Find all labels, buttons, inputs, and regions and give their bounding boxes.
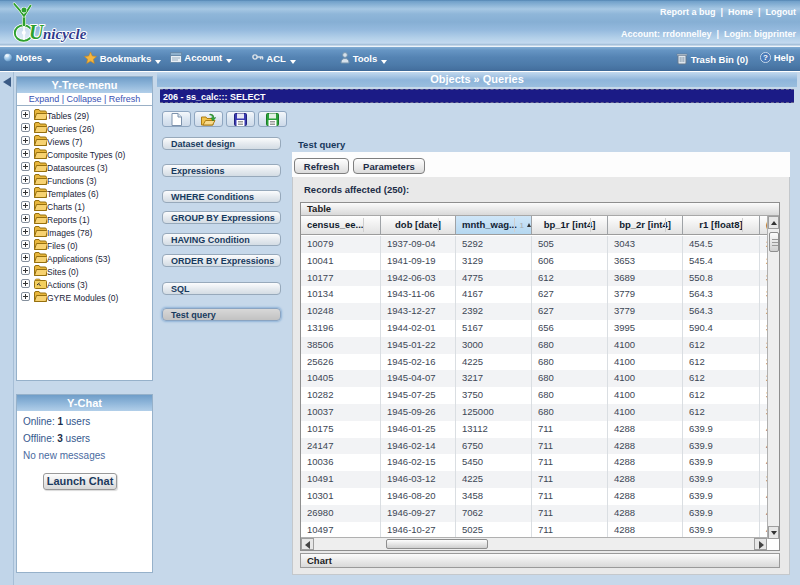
svg-text:nicycle: nicycle [43, 26, 87, 42]
svg-text:?: ? [763, 53, 768, 62]
